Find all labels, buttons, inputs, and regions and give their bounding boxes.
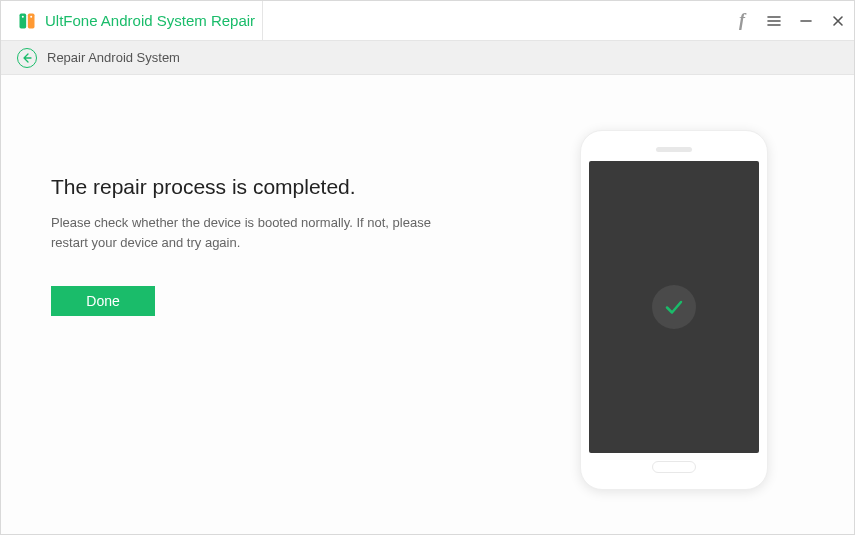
titlebar-controls: f xyxy=(726,1,854,40)
content-area: The repair process is completed. Please … xyxy=(1,75,854,534)
subheader-title: Repair Android System xyxy=(47,50,180,65)
svg-point-3 xyxy=(30,15,32,17)
phone-home-icon xyxy=(652,461,696,473)
phone-mockup xyxy=(580,130,768,490)
svg-point-2 xyxy=(22,15,24,17)
svg-rect-0 xyxy=(20,13,27,28)
back-button[interactable] xyxy=(17,48,37,68)
phone-top xyxy=(589,139,759,161)
menu-icon[interactable] xyxy=(758,1,790,41)
page-description: Please check whether the device is boote… xyxy=(51,213,451,252)
subheader: Repair Android System xyxy=(1,41,854,75)
content-left: The repair process is completed. Please … xyxy=(51,125,554,494)
facebook-icon[interactable]: f xyxy=(726,1,758,41)
close-icon[interactable] xyxy=(822,1,854,41)
page-heading: The repair process is completed. xyxy=(51,175,554,199)
app-title: UltFone Android System Repair xyxy=(45,12,255,29)
check-icon xyxy=(662,295,686,319)
titlebar: UltFone Android System Repair f xyxy=(1,1,854,41)
phone-speaker-icon xyxy=(656,147,692,152)
done-button[interactable]: Done xyxy=(51,286,155,316)
svg-rect-1 xyxy=(28,13,35,28)
minimize-icon[interactable] xyxy=(790,1,822,41)
success-check-circle xyxy=(652,285,696,329)
phone-screen xyxy=(589,161,759,453)
content-right xyxy=(554,125,794,494)
app-logo-icon xyxy=(17,11,37,31)
app-window: UltFone Android System Repair f Repair A… xyxy=(0,0,855,535)
phone-bottom xyxy=(589,453,759,481)
titlebar-brand: UltFone Android System Repair xyxy=(1,1,263,40)
